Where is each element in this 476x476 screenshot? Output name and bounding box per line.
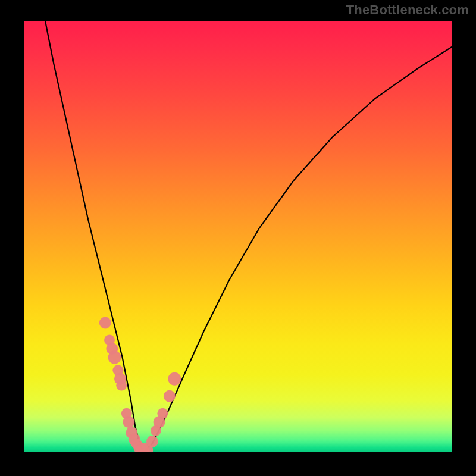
scatter-point	[146, 436, 158, 447]
scatter-point	[108, 351, 121, 364]
scatter-group	[99, 317, 181, 453]
scatter-point	[168, 372, 181, 386]
scatter-point	[123, 416, 134, 428]
scatter-point	[164, 390, 176, 402]
chart-svg	[24, 21, 452, 452]
plot-area	[24, 21, 452, 452]
bottleneck-curve-path	[45, 21, 452, 452]
watermark-text: TheBottleneck.com	[346, 2, 469, 18]
scatter-point	[157, 408, 168, 419]
scatter-point	[99, 317, 111, 329]
scatter-point	[116, 380, 127, 391]
chart-frame: TheBottleneck.com	[0, 0, 476, 476]
